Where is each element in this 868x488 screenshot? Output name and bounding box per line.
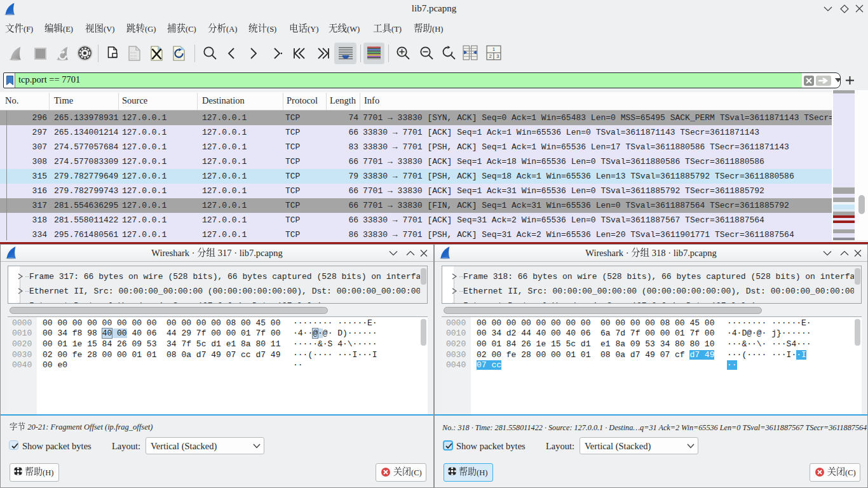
svg-text:2: 2 <box>489 53 492 59</box>
svg-text:1: 1 <box>492 46 495 52</box>
svg-text:0110: 0110 <box>130 55 137 57</box>
svg-text:0111: 0111 <box>130 57 137 60</box>
svg-text:3: 3 <box>496 53 499 59</box>
svg-text:0101: 0101 <box>130 51 137 54</box>
